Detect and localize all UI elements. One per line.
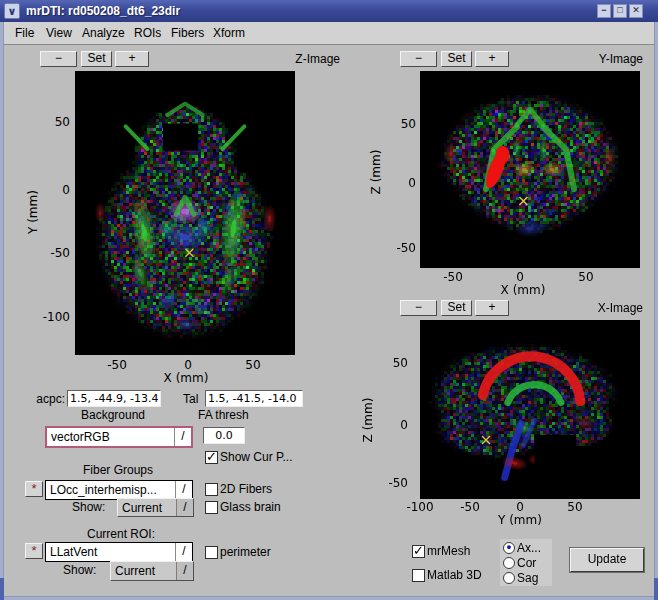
popup-menu-icon: / xyxy=(176,562,193,580)
menu-view[interactable]: View xyxy=(44,22,74,44)
tal-label: Tal xyxy=(183,392,198,406)
z-y-tick: -50 xyxy=(36,246,70,260)
z-slice-plus-button[interactable]: + xyxy=(115,51,149,67)
z-slice-minus-button[interactable]: − xyxy=(40,51,77,67)
x-y-tick: 50 xyxy=(380,356,408,370)
title-bar[interactable]: ∨ mrDTI: rd050208_dt6_23dir − □ ✕ xyxy=(0,0,658,22)
background-label: Background xyxy=(53,408,173,422)
y-slice-set-button[interactable]: Set xyxy=(441,51,472,67)
menu-bar: File View Analyze ROIs Fibers Xform xyxy=(4,22,654,45)
roi-show-dropdown-value: Current xyxy=(111,564,176,578)
y-image-x-axis-label: X (mm) xyxy=(483,283,563,297)
popup-menu-icon: / xyxy=(175,543,192,561)
popup-menu-icon: / xyxy=(174,428,191,446)
z-image-canvas[interactable] xyxy=(75,71,295,355)
orientation-radio-ax[interactable]: ● xyxy=(503,542,515,554)
x-slice-set-button[interactable]: Set xyxy=(441,300,472,316)
matlab-3d-label: Matlab 3D xyxy=(427,568,482,582)
popup-menu-icon: / xyxy=(176,499,193,516)
show-cur-point-label: Show Cur P... xyxy=(220,450,292,464)
fiber-group-dropdown[interactable]: LOcc_interhemisp... / xyxy=(45,480,193,500)
y-image-title: Y-Image xyxy=(563,52,643,66)
y-slice-plus-button[interactable]: + xyxy=(475,51,509,67)
z-slice-set-button[interactable]: Set xyxy=(81,51,112,67)
y-y-tick: -50 xyxy=(388,241,416,255)
matlab-3d-checkbox[interactable] xyxy=(412,569,425,582)
tal-coordinates-input[interactable] xyxy=(205,390,303,407)
x-image-title: X-Image xyxy=(563,301,643,315)
current-roi-dropdown[interactable]: LLatVent / xyxy=(45,542,193,562)
perimeter-label: perimeter xyxy=(220,545,271,559)
roi-options-button[interactable]: * xyxy=(25,543,43,559)
glass-brain-label: Glass brain xyxy=(220,500,281,514)
y-image-y-axis-label: Z (mm) xyxy=(369,132,383,212)
orientation-label-cor[interactable]: Cor xyxy=(517,556,536,570)
x-x-tick: -100 xyxy=(398,500,442,514)
mrdti-window: ∨ mrDTI: rd050208_dt6_23dir − □ ✕ File V… xyxy=(0,0,658,600)
z-x-tick: 50 xyxy=(233,358,273,372)
y-x-tick: -50 xyxy=(433,270,473,284)
x-image-x-axis-label: Y (mm) xyxy=(480,513,560,527)
menu-xform[interactable]: Xform xyxy=(211,22,247,44)
orientation-radio-sag[interactable] xyxy=(503,572,515,584)
current-roi-dropdown-value: LLatVent xyxy=(46,545,175,559)
fiber-group-dropdown-value: LOcc_interhemisp... xyxy=(46,483,175,497)
y-x-tick: 50 xyxy=(566,270,606,284)
y-slice-minus-button[interactable]: − xyxy=(400,51,437,67)
roi-show-dropdown[interactable]: Current / xyxy=(110,561,194,581)
2d-fibers-checkbox[interactable] xyxy=(205,483,218,496)
z-x-tick: 0 xyxy=(168,358,208,372)
close-button[interactable]: ✕ xyxy=(629,4,643,18)
y-x-tick: 0 xyxy=(500,270,540,284)
fiber-groups-label: Fiber Groups xyxy=(58,463,178,477)
background-dropdown-value: vectorRGB xyxy=(47,430,174,444)
z-x-tick: -50 xyxy=(97,358,137,372)
perimeter-checkbox[interactable] xyxy=(205,546,218,559)
x-image-canvas[interactable] xyxy=(420,320,640,499)
y-y-tick: 50 xyxy=(388,117,416,131)
window-title: mrDTI: rd050208_dt6_23dir xyxy=(26,0,180,22)
acpc-label: acpc: xyxy=(18,392,65,406)
x-y-tick: 0 xyxy=(380,418,408,432)
fiber-group-options-button[interactable]: * xyxy=(25,481,43,497)
popup-menu-icon: / xyxy=(175,481,192,499)
z-image-x-axis-label: X (mm) xyxy=(146,371,226,385)
x-slice-minus-button[interactable]: − xyxy=(400,300,437,316)
menu-analyze[interactable]: Analyze xyxy=(80,22,127,44)
background-dropdown[interactable]: vectorRGB / xyxy=(45,426,193,448)
orientation-label-ax[interactable]: Ax... xyxy=(517,541,541,555)
minimize-button[interactable]: − xyxy=(597,4,611,18)
window-resize-corner-right[interactable] xyxy=(654,578,658,600)
acpc-coordinates-input[interactable] xyxy=(67,390,161,407)
y-image-canvas[interactable] xyxy=(420,71,640,268)
fa-thresh-input[interactable] xyxy=(203,427,245,444)
x-image-y-axis-label: Z (mm) xyxy=(361,380,375,460)
current-roi-label: Current ROI: xyxy=(61,527,181,541)
x-slice-plus-button[interactable]: + xyxy=(475,300,509,316)
z-y-tick: 0 xyxy=(36,183,70,197)
x-x-tick: -50 xyxy=(450,500,490,514)
glass-brain-checkbox[interactable] xyxy=(205,501,218,514)
orientation-label-sag[interactable]: Sag xyxy=(517,571,538,585)
update-button[interactable]: Update xyxy=(570,548,644,572)
z-y-tick: -100 xyxy=(36,310,70,324)
maximize-button[interactable]: □ xyxy=(613,4,627,18)
menu-fibers[interactable]: Fibers xyxy=(169,22,206,44)
window-border-bottom[interactable] xyxy=(0,596,658,600)
x-x-tick: 0 xyxy=(500,500,540,514)
x-x-tick: 50 xyxy=(555,500,595,514)
fiber-show-dropdown-value: Current xyxy=(118,501,176,515)
x-y-tick: -50 xyxy=(380,476,408,490)
fiber-show-label: Show: xyxy=(72,500,105,514)
mrmesh-label: mrMesh xyxy=(427,544,470,558)
menu-rois[interactable]: ROIs xyxy=(132,22,163,44)
show-cur-point-checkbox[interactable]: ✓ xyxy=(205,451,218,464)
window-menu-icon[interactable]: ∨ xyxy=(4,3,20,19)
fiber-show-dropdown[interactable]: Current / xyxy=(117,498,194,517)
z-image-title: Z-Image xyxy=(260,52,340,66)
window-border-right[interactable] xyxy=(654,22,658,600)
mrmesh-checkbox[interactable]: ✓ xyxy=(412,545,425,558)
z-y-tick: 50 xyxy=(36,115,70,129)
orientation-radio-cor[interactable] xyxy=(503,557,515,569)
menu-file[interactable]: File xyxy=(13,22,36,44)
